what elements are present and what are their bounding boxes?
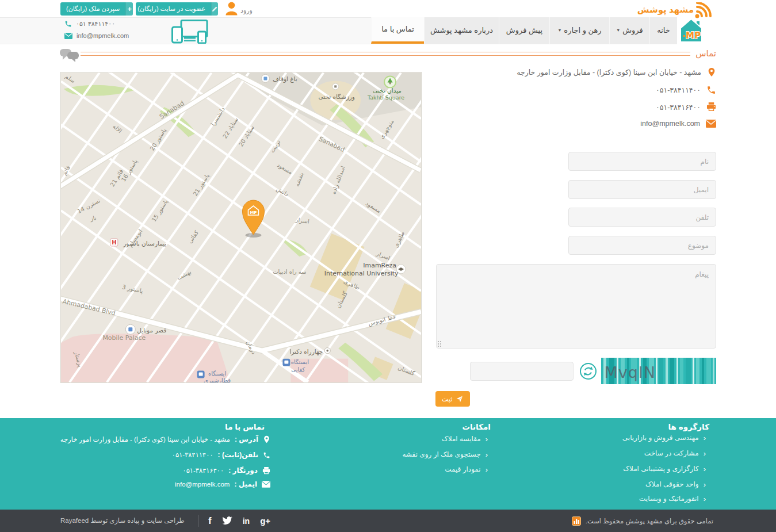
svg-text:بیمارستان پاستور: بیمارستان پاستور xyxy=(123,240,166,247)
credit-text[interactable]: طراحی سایت و پیاده سازی توسط Rayafeed xyxy=(60,510,185,532)
brand-name[interactable]: مشهد پوشش xyxy=(633,5,694,15)
responsive-devices-icon xyxy=(171,20,208,44)
marker-label: MP xyxy=(250,210,257,215)
contact-phone-row: ۰۵۱-۳۸۴۱۱۴۰۰ xyxy=(656,85,716,95)
subject-input[interactable] xyxy=(568,236,716,255)
svg-text:قصر موبایل: قصر موبایل xyxy=(137,327,166,334)
page-title: تماس xyxy=(695,48,716,59)
footer: کارگروه ها ‹مهندسی فروش و بازاریابی ‹مشا… xyxy=(0,418,776,510)
linkedin-icon[interactable]: in xyxy=(243,517,250,525)
nav-item-about[interactable]: درباره مشهد پوشش xyxy=(424,17,499,44)
fax-printer-icon xyxy=(262,467,270,474)
nav-item-rent[interactable]: رهن و اجاره▼ xyxy=(549,17,609,44)
svg-text:کفایی: کفایی xyxy=(291,366,305,373)
footer-group-item[interactable]: ‹انفورماتیک و وبسایت xyxy=(639,495,706,503)
textarea-resize-grip[interactable] xyxy=(437,340,442,347)
header-email[interactable]: info@mpmelk.com xyxy=(64,32,129,39)
register-label: عضویت در سایت (رایگان) xyxy=(136,5,211,13)
chevron-down-icon: ▼ xyxy=(557,28,561,32)
footer-group-item[interactable]: ‹واحد حقوقی املاک xyxy=(645,480,706,488)
svg-text:ImamReza: ImamReza xyxy=(363,262,396,269)
footer-group-item[interactable]: ‹مشارکت در ساخت xyxy=(644,449,706,457)
submit-property-label: سپردن ملک (رایگان) xyxy=(60,5,125,13)
fax-printer-icon xyxy=(706,102,716,112)
google-plus-icon[interactable]: g+ xyxy=(260,516,270,525)
rss-icon xyxy=(694,2,713,20)
footer-address-row: آدرس :مشهد - خیابان ابن سینا (کوی دکترا)… xyxy=(60,435,270,444)
location-pin-icon xyxy=(263,435,270,444)
user-icon xyxy=(225,2,238,16)
footer-phone-row: تلفن(ثابت) :۰۵۱-۳۸۴۱۱۴۰۰ xyxy=(172,451,270,459)
social-links: f in g+ xyxy=(208,510,270,532)
phone-input[interactable] xyxy=(568,208,716,227)
bottom-bar: طراحی سایت و پیاده سازی توسط Rayafeed f … xyxy=(0,510,776,532)
map[interactable]: سلم باغ اوقاف ورزشگاه تختی میدان تختی Ta… xyxy=(60,72,422,383)
envelope-icon xyxy=(64,33,72,39)
chevron-left-icon: ‹ xyxy=(486,451,488,458)
page: + سپردن ملک (رایگان) عضویت در سایت (رایگ… xyxy=(0,0,776,532)
footer-groups-title: کارگروه ها xyxy=(668,422,709,431)
svg-text:H: H xyxy=(112,239,116,246)
nav-item-presale[interactable]: پیش فروش xyxy=(499,17,549,44)
svg-text:ایستگاه: ایستگاه xyxy=(208,370,226,377)
house-logo[interactable]: MP xyxy=(678,18,704,44)
footer-feature-item[interactable]: ‹نمودار قیمت xyxy=(445,465,488,473)
svg-text:قطارشهری: قطارشهری xyxy=(204,377,231,382)
footer-feature-item[interactable]: ‹مقایسه املاک xyxy=(442,435,488,443)
contact-phone: ۰۵۱-۳۸۴۱۱۴۰۰ xyxy=(656,86,701,94)
stats-counter-icon xyxy=(572,516,581,526)
chevron-left-icon: ‹ xyxy=(704,434,706,442)
submit-button[interactable]: ثبت xyxy=(435,391,470,407)
name-input[interactable] xyxy=(568,152,716,171)
captcha-input[interactable] xyxy=(470,362,574,381)
register-button[interactable]: عضویت در سایت (رایگان) xyxy=(136,2,218,16)
contact-address: مشهد - خیابان ابن سینا (کوی دکترا) - مقا… xyxy=(517,68,701,76)
nav-item-contact[interactable]: تماس با ما xyxy=(371,17,424,44)
contact-email-row[interactable]: info@mpmelk.com xyxy=(640,120,716,128)
chevron-left-icon: ‹ xyxy=(486,466,488,473)
facebook-icon[interactable]: f xyxy=(208,516,212,526)
phone-icon xyxy=(64,20,72,28)
contact-email: info@mpmelk.com xyxy=(640,120,700,128)
chat-bubbles-icon xyxy=(60,48,79,62)
svg-text:MP: MP xyxy=(686,30,701,41)
svg-text:Takhti Square: Takhti Square xyxy=(367,94,404,101)
divider xyxy=(198,515,199,527)
nav-item-sale[interactable]: فروش▼ xyxy=(609,17,649,44)
login-area[interactable]: ورود xyxy=(225,2,253,16)
footer-group-item[interactable]: ‹کارگزاری و پشتیبانی املاک xyxy=(623,465,706,473)
envelope-icon xyxy=(706,120,716,128)
message-textarea[interactable] xyxy=(436,264,716,349)
footer-features-title: امکانات xyxy=(462,422,491,431)
contact-address-row: مشهد - خیابان ابن سینا (کوی دکترا) - مقا… xyxy=(517,67,716,78)
submit-property-button[interactable]: + سپردن ملک (رایگان) xyxy=(60,2,133,16)
footer-fax-row: دورنگار :۰۵۱-۳۸۴۱۶۴۰۰ xyxy=(182,466,270,474)
phone-icon xyxy=(706,85,716,95)
svg-text:چهارراه دکترا: چهارراه دکترا xyxy=(289,348,323,355)
footer-contact-title: تماس با ما xyxy=(225,422,265,431)
svg-text:Mobile Palace: Mobile Palace xyxy=(102,334,146,342)
contact-fax-row: ۰۵۱-۳۸۴۱۶۴۰۰ xyxy=(656,102,716,112)
plus-icon: + xyxy=(125,2,133,16)
twitter-icon[interactable] xyxy=(222,516,232,525)
header-phone: ۰۵۱ ۳۸۴۱۱۴۰۰ xyxy=(64,20,115,28)
location-pin-icon xyxy=(707,67,716,78)
paper-plane-icon xyxy=(456,395,464,403)
pencil-icon xyxy=(211,2,218,16)
map-canvas: سلم باغ اوقاف ورزشگاه تختی میدان تختی Ta… xyxy=(61,72,421,382)
footer-group-item[interactable]: ‹مهندسی فروش و بازاریابی xyxy=(622,434,706,442)
footer-email-row: ایمیل :info@mpmelk.com xyxy=(175,480,270,488)
chevron-down-icon: ▼ xyxy=(616,28,620,32)
copyright-text: تمامی حقوق برای مشهد پوشش محفوظ است. xyxy=(586,517,713,525)
captcha-refresh-button[interactable] xyxy=(579,362,597,380)
chevron-left-icon: ‹ xyxy=(704,495,706,503)
envelope-icon xyxy=(262,481,270,488)
svg-text:International University: International University xyxy=(324,270,399,277)
login-label: ورود xyxy=(240,7,253,16)
svg-text:ورزشگاه تختی: ورزشگاه تختی xyxy=(319,93,355,101)
nav-item-home[interactable]: خانه xyxy=(649,17,677,44)
main-nav: خانه فروش▼ رهن و اجاره▼ پیش فروش درباره … xyxy=(371,17,677,44)
copyright: تمامی حقوق برای مشهد پوشش محفوظ است. xyxy=(572,510,713,532)
footer-feature-item[interactable]: ‹جستجوی ملک از روی نقشه xyxy=(402,450,488,458)
email-input[interactable] xyxy=(568,180,716,199)
